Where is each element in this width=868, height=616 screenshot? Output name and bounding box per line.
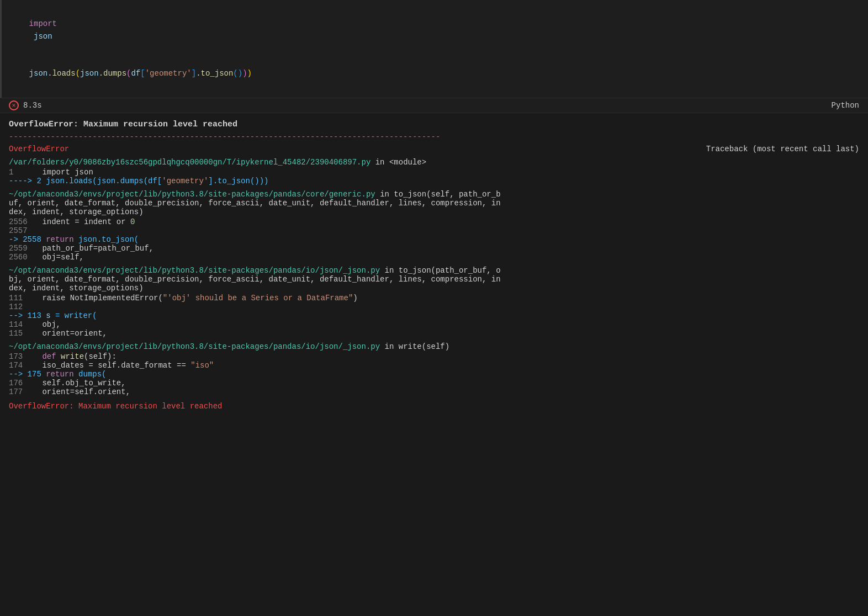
code-line-1: import json [10, 6, 859, 55]
file-path-text-2: ~/opt/anaconda3/envs/project/lib/python3… [9, 190, 375, 199]
ln-174: 174 [9, 361, 38, 370]
ln-arrow-2558: -> 2558 [9, 235, 41, 244]
file-path-text-1: /var/folders/y0/9086zby16szc56gpdlqhgcq0… [9, 158, 371, 167]
code-json-ref2: json [80, 69, 99, 78]
code-json-module: json [29, 32, 52, 41]
in-label-1: in [375, 158, 389, 167]
code-df: df [131, 69, 140, 78]
bracket-close-3: ] [192, 69, 196, 78]
code-obj-param: obj, [42, 320, 61, 329]
code-return-dumps: return dumps( [46, 370, 106, 379]
execution-time: 8.3s [23, 101, 42, 110]
code-iso-dates: iso_dates = self.date_format == "iso" [42, 361, 214, 370]
code-line-2: json.loads(json.dumps(df['geometry'].to_… [10, 55, 859, 92]
code-import-json: import json [42, 168, 93, 177]
code-dot1: . [47, 69, 52, 78]
output-area: OverflowError: Maximum recursion level r… [0, 113, 868, 417]
code-line-s2-2557: 2557 [9, 226, 859, 235]
code-dumps: dumps [103, 69, 126, 78]
code-json-ref: json [29, 69, 48, 78]
code-path-or-buf: path_or_buf=path_or_buf, [42, 244, 154, 253]
code-line-s4-176: 176 self.obj_to_write, [9, 379, 859, 387]
in-label-2: in [380, 190, 394, 199]
ln-177: 177 [9, 387, 38, 396]
keyword-import: import [29, 19, 57, 28]
bracket-open-1: ( [76, 69, 80, 78]
traceback-header: OverflowError Traceback (most recent cal… [9, 145, 859, 153]
code-def-write: def write(self): [42, 352, 116, 361]
file-path-4: ~/opt/anaconda3/envs/project/lib/python3… [9, 342, 859, 351]
file-path-text-3: ~/opt/anaconda3/envs/project/lib/python3… [9, 266, 380, 275]
code-json-loads-call: json.loads(json.dumps(df['geometry'].to_… [46, 177, 268, 185]
error-divider: ----------------------------------------… [9, 132, 859, 141]
code-cell: import json json.loads(json.dumps(df['ge… [0, 0, 868, 98]
code-line-s2-2560: 2560 obj=self, [9, 253, 859, 262]
code-orient-self: orient=self.orient, [42, 387, 130, 396]
module-name-1: <module> [389, 158, 426, 167]
language-indicator: Python [832, 101, 859, 110]
code-line-s3-114: 114 obj, [9, 320, 859, 329]
code-loads: loads [52, 69, 76, 78]
code-line-s4-175: --> 175 return dumps( [9, 370, 859, 379]
traceback-section-2: ~/opt/anaconda3/envs/project/lib/python3… [9, 190, 859, 262]
code-line-s4-174: 174 iso_dates = self.date_format == "iso… [9, 361, 859, 370]
ln-176: 176 [9, 379, 38, 387]
traceback-section-1: /var/folders/y0/9086zby16szc56gpdlqhgcq0… [9, 158, 859, 185]
traceback-label: Traceback (most recent call last) [706, 145, 859, 153]
ln-arrow-175: --> 175 [9, 370, 41, 379]
ln-2560: 2560 [9, 253, 38, 262]
ln-112: 112 [9, 302, 38, 311]
bracket-close-4: ) [238, 69, 242, 78]
overflow-error-label: OverflowError [9, 145, 69, 153]
code-line-s3-115: 115 orient=orient, [9, 329, 859, 338]
bracket-close-1: ) [247, 69, 252, 78]
code-obj-self: obj=self, [42, 253, 84, 262]
code-to-json: to_json [201, 69, 234, 78]
ln-2557: 2557 [9, 226, 38, 235]
code-line-s4-177: 177 orient=self.orient, [9, 387, 859, 396]
code-obj-to-write: self.obj_to_write, [42, 379, 125, 387]
code-line-s2-2558: -> 2558 return json.to_json( [9, 235, 859, 244]
code-indent: indent = indent or 0 [42, 217, 135, 226]
line-num-s1-1: 1 [9, 168, 38, 177]
module-name-4: write(self) [399, 342, 449, 351]
code-raise: raise NotImplementedError("'obj' should … [42, 294, 357, 302]
ln-115: 115 [9, 329, 38, 338]
status-left: ✕ 8.3s [9, 100, 42, 110]
code-line-s2-2556: 2556 indent = indent or 0 [9, 217, 859, 226]
ln-2556: 2556 [9, 217, 38, 226]
code-line-s1-2: ----> 2 json.loads(json.dumps(df['geomet… [9, 177, 859, 185]
cell-status-bar: ✕ 8.3s Python [0, 98, 868, 113]
file-path-3: ~/opt/anaconda3/envs/project/lib/python3… [9, 266, 859, 293]
ln-173: 173 [9, 352, 38, 361]
error-title: OverflowError: Maximum recursion level r… [9, 120, 859, 129]
code-line-s1-1: 1 import json [9, 168, 859, 177]
code-dot3: . [196, 69, 200, 78]
traceback-section-4: ~/opt/anaconda3/envs/project/lib/python3… [9, 342, 859, 396]
line-num-arrow-s1-2: ----> 2 [9, 177, 41, 185]
ln-arrow-113: --> 113 [9, 311, 41, 320]
code-return-json: return json.to_json( [46, 235, 139, 244]
in-label-3: in [385, 266, 399, 275]
bracket-close-2: ) [242, 69, 247, 78]
code-geometry-str: 'geometry' [145, 69, 192, 78]
bracket-open-4: ( [233, 69, 237, 78]
code-line-s3-112: 112 [9, 302, 859, 311]
bottom-error: OverflowError: Maximum recursion level r… [9, 402, 859, 411]
code-line-s2-2559: 2559 path_or_buf=path_or_buf, [9, 244, 859, 253]
ln-111: 111 [9, 294, 38, 302]
in-label-4: in [385, 342, 399, 351]
file-path-text-4: ~/opt/anaconda3/envs/project/lib/python3… [9, 342, 380, 351]
code-dot2: . [99, 69, 103, 78]
bracket-open-3: [ [140, 69, 145, 78]
traceback-section-3: ~/opt/anaconda3/envs/project/lib/python3… [9, 266, 859, 338]
code-line-s3-111: 111 raise NotImplementedError("'obj' sho… [9, 294, 859, 302]
code-s-writer: s = writer( [46, 311, 97, 320]
ln-114: 114 [9, 320, 38, 329]
file-path-1: /var/folders/y0/9086zby16szc56gpdlqhgcq0… [9, 158, 859, 167]
code-line-s4-173: 173 def write(self): [9, 352, 859, 361]
ln-2559: 2559 [9, 244, 38, 253]
code-line-s3-113: --> 113 s = writer( [9, 311, 859, 320]
error-icon: ✕ [9, 100, 19, 110]
file-path-2: ~/opt/anaconda3/envs/project/lib/python3… [9, 190, 859, 216]
